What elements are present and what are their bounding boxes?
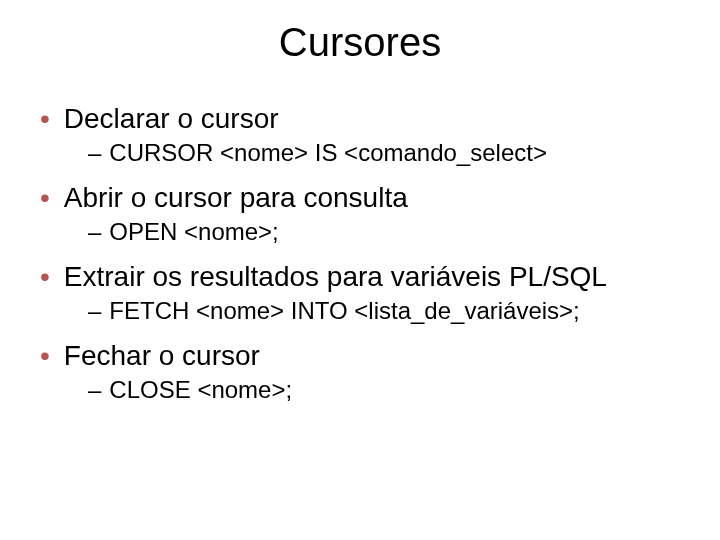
- item-detail: CURSOR <nome> IS <comando_select>: [109, 139, 547, 168]
- list-subitem: – OPEN <nome>;: [88, 218, 690, 247]
- item-heading: Declarar o cursor: [64, 103, 279, 135]
- list-subitem: – CLOSE <nome>;: [88, 376, 690, 405]
- list-item: • Fechar o cursor: [40, 340, 690, 372]
- dash-icon: –: [88, 218, 101, 246]
- list-item: • Declarar o cursor: [40, 103, 690, 135]
- item-heading: Fechar o cursor: [64, 340, 260, 372]
- bullet-icon: •: [40, 263, 50, 291]
- list-item: • Abrir o cursor para consulta: [40, 182, 690, 214]
- content-area: • Declarar o cursor – CURSOR <nome> IS <…: [0, 103, 720, 405]
- dash-icon: –: [88, 139, 101, 167]
- item-heading: Abrir o cursor para consulta: [64, 182, 408, 214]
- item-detail: OPEN <nome>;: [109, 218, 278, 247]
- bullet-icon: •: [40, 105, 50, 133]
- list-subitem: – FETCH <nome> INTO <lista_de_variáveis>…: [88, 297, 690, 326]
- bullet-icon: •: [40, 184, 50, 212]
- item-heading: Extrair os resultados para variáveis PL/…: [64, 261, 607, 293]
- list-item: • Extrair os resultados para variáveis P…: [40, 261, 690, 293]
- item-detail: CLOSE <nome>;: [109, 376, 292, 405]
- slide-title: Cursores: [0, 20, 720, 65]
- dash-icon: –: [88, 297, 101, 325]
- list-subitem: – CURSOR <nome> IS <comando_select>: [88, 139, 690, 168]
- bullet-icon: •: [40, 342, 50, 370]
- item-detail: FETCH <nome> INTO <lista_de_variáveis>;: [109, 297, 579, 326]
- dash-icon: –: [88, 376, 101, 404]
